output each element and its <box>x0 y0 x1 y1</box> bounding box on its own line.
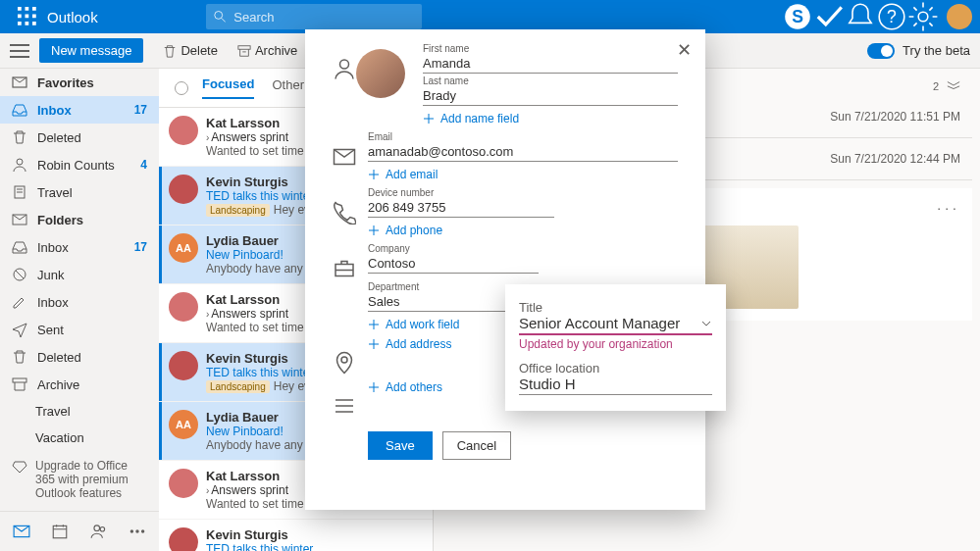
svg-point-29 <box>100 527 105 532</box>
calendar-module-icon[interactable] <box>47 518 75 545</box>
nav-inbox-2[interactable]: Inbox17 <box>0 233 159 261</box>
search-box[interactable] <box>206 4 422 29</box>
last-name-label: Last name <box>423 75 678 86</box>
search-icon <box>214 10 227 24</box>
svg-rect-3 <box>18 15 22 19</box>
svg-text:?: ? <box>887 7 897 26</box>
save-button[interactable]: Save <box>368 431 433 460</box>
svg-point-30 <box>130 529 133 532</box>
bell-icon[interactable] <box>845 1 876 32</box>
trash-icon <box>12 129 27 145</box>
people-module-icon[interactable] <box>85 518 113 545</box>
briefcase-icon <box>333 257 356 280</box>
app-launcher-icon[interactable] <box>18 7 37 26</box>
upgrade-link[interactable]: Upgrade to Office 365 with premium Outlo… <box>0 451 159 508</box>
close-button[interactable]: ✕ <box>677 39 692 61</box>
mail-module-icon[interactable] <box>8 518 35 545</box>
nav-deleted-2[interactable]: Deleted <box>0 343 159 371</box>
last-name-input[interactable] <box>423 86 678 106</box>
sender-avatar <box>169 116 198 145</box>
message-subject: TED talks this winter <box>206 542 423 551</box>
beta-toggle[interactable]: Try the beta <box>867 43 970 59</box>
svg-line-10 <box>222 19 226 23</box>
brand-name: Outlook <box>47 9 98 25</box>
company-label: Company <box>368 243 678 254</box>
add-name-link[interactable]: Add name field <box>423 112 678 125</box>
nav-archive[interactable]: Archive <box>0 371 159 398</box>
help-icon[interactable]: ? <box>876 1 907 32</box>
new-message-button[interactable]: New message <box>39 38 143 63</box>
svg-rect-6 <box>18 22 22 25</box>
first-name-input[interactable] <box>423 54 678 74</box>
chevron-down-icon <box>700 318 712 329</box>
nav-deleted[interactable]: Deleted <box>0 124 159 151</box>
contact-avatar[interactable] <box>356 49 405 98</box>
nav-junk[interactable]: Junk <box>0 261 159 288</box>
email-input[interactable] <box>368 142 678 162</box>
nav-travel[interactable]: Travel <box>0 178 159 206</box>
svg-point-32 <box>141 529 144 532</box>
svg-text:S: S <box>792 7 803 26</box>
svg-rect-27 <box>54 526 68 537</box>
svg-point-36 <box>341 357 347 363</box>
nav-vacation[interactable]: Vacation <box>0 425 159 451</box>
nav-folders[interactable]: Folders <box>0 206 159 233</box>
add-phone-link[interactable]: Add phone <box>368 224 678 237</box>
add-email-link[interactable]: Add email <box>368 168 678 181</box>
inbox-icon <box>12 239 27 255</box>
note-icon <box>12 184 27 200</box>
sender-avatar <box>169 351 198 380</box>
sender-avatar <box>169 527 198 551</box>
office-label: Office location <box>519 361 712 376</box>
svg-rect-4 <box>26 15 29 19</box>
more-module-icon[interactable] <box>125 518 152 545</box>
svg-point-31 <box>136 529 139 532</box>
nav-robin[interactable]: Robin Counts4 <box>0 151 159 178</box>
company-input[interactable] <box>368 254 539 274</box>
title-popover: Title Senior Account Manager Updated by … <box>505 284 726 411</box>
office-input[interactable]: Studio H <box>519 376 712 395</box>
svg-rect-2 <box>32 7 36 11</box>
expand-icon[interactable] <box>947 80 960 90</box>
nav-sidebar: Favorites Inbox17 Deleted Robin Counts4 … <box>0 69 159 551</box>
mail-icon <box>12 212 27 227</box>
nav-inbox-3[interactable]: Inbox <box>0 288 159 316</box>
mail-icon <box>333 145 356 169</box>
nav-inbox[interactable]: Inbox17 <box>0 96 159 124</box>
phone-input[interactable] <box>368 198 554 218</box>
svg-rect-25 <box>13 378 26 382</box>
settings-icon[interactable] <box>907 1 939 32</box>
hamburger-icon[interactable] <box>10 44 29 58</box>
sender-name: Kevin Sturgis <box>206 527 423 542</box>
svg-rect-19 <box>238 45 250 49</box>
title-dropdown[interactable]: Senior Account Manager <box>519 315 712 335</box>
cancel-button[interactable]: Cancel <box>442 431 511 460</box>
sender-avatar <box>169 469 198 498</box>
archive-button[interactable]: Archive <box>237 43 297 58</box>
email-label: Email <box>368 131 678 142</box>
contact-edit-modal: ✕ First name Last name Add name field Em… <box>305 29 705 510</box>
skype-icon[interactable]: S <box>782 1 813 32</box>
todo-icon[interactable] <box>813 1 845 32</box>
org-update-note: Updated by your organization <box>519 337 712 351</box>
sender-avatar <box>169 292 198 322</box>
nav-favorites[interactable]: Favorites <box>0 69 159 96</box>
svg-point-15 <box>918 12 928 22</box>
nav-travel-2[interactable]: Travel <box>0 398 159 425</box>
conversation-count: 2 <box>933 80 939 92</box>
location-icon <box>333 351 356 375</box>
tab-focused[interactable]: Focused <box>202 76 254 99</box>
tab-other[interactable]: Other <box>272 77 304 98</box>
search-input[interactable] <box>233 10 413 25</box>
svg-point-9 <box>214 11 222 19</box>
delete-button[interactable]: Delete <box>163 43 218 58</box>
select-all-checkbox[interactable] <box>175 81 188 95</box>
toggle-switch[interactable] <box>867 43 895 59</box>
inbox-icon <box>12 102 27 118</box>
nav-sent[interactable]: Sent <box>0 316 159 343</box>
phone-label: Device number <box>368 187 678 198</box>
svg-point-33 <box>340 60 349 69</box>
archive-icon <box>12 376 27 392</box>
message-item[interactable]: Kevin Sturgis TED talks this winter <box>159 520 433 551</box>
user-avatar[interactable] <box>947 4 972 29</box>
